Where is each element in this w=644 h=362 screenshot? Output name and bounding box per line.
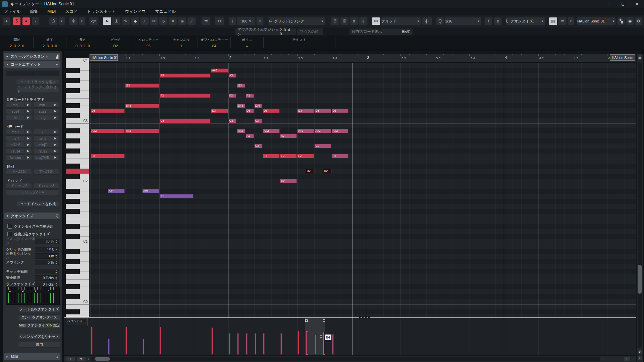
- info-field-3[interactable]: ピッチD2: [99, 37, 132, 48]
- black-key[interactable]: [66, 148, 80, 154]
- midi-note-D#3[interactable]: D#3: [254, 104, 263, 108]
- editor-setup-gear-icon[interactable]: ⚙: [635, 17, 643, 25]
- selection-handle[interactable]: [305, 319, 308, 322]
- timeline-ruler[interactable]: 1.21.31.422.22.32.433.23.33.444.24.34.4H…: [89, 54, 636, 63]
- quantize-icon[interactable]: Q: [436, 17, 444, 25]
- seventh-fulldim[interactable]: full dim▶: [6, 155, 32, 160]
- match-chord-track-button[interactable]: コードトラックに合わせる: [17, 86, 59, 92]
- midi-note-A2[interactable]: A2: [246, 134, 254, 138]
- black-key[interactable]: [66, 189, 80, 194]
- menu-item-2[interactable]: MIDI: [47, 9, 56, 14]
- erase-tool[interactable]: ◆: [131, 17, 140, 25]
- seventh-7sus2[interactable]: 7sus2▶: [33, 148, 59, 154]
- chord-play-icon[interactable]: ▶: [24, 116, 32, 119]
- dropdown-arrow-icon[interactable]: ▼: [55, 248, 57, 251]
- drop3-button[interactable]: ドロップ3: [33, 183, 59, 189]
- chord-play-icon[interactable]: ▶: [52, 103, 59, 106]
- black-key[interactable]: [66, 128, 80, 133]
- triad-sus4[interactable]: sus4▶: [6, 108, 32, 114]
- seventh-maj7[interactable]: maj7▶: [6, 129, 32, 135]
- hzoom-in-button[interactable]: +: [623, 357, 631, 361]
- insert-velocity-value[interactable]: 100⇅: [237, 17, 256, 25]
- stepper-icon[interactable]: ▲▼: [55, 276, 57, 280]
- close-icon[interactable]: ✕: [630, 0, 644, 8]
- chord-play-icon[interactable]: ▶: [52, 130, 59, 133]
- quantize-action-b0[interactable]: クオンタイズをリセット: [18, 334, 60, 340]
- quantize-strength-value[interactable]: 60 %▲▼: [35, 239, 59, 244]
- midi-note-D#3[interactable]: D#3: [125, 104, 159, 108]
- midi-note-A#2[interactable]: A#2: [263, 129, 279, 133]
- edit-active-part-icon[interactable]: ≋: [558, 17, 567, 25]
- velocity-bar[interactable]: [143, 339, 144, 355]
- timewarp-tool[interactable]: ⟋: [187, 17, 196, 25]
- vscroll-thumb[interactable]: [638, 265, 642, 294]
- vertical-scrollbar[interactable]: ▦ ▼ +: [637, 54, 643, 362]
- midi-note-D3[interactable]: D3: [246, 109, 254, 113]
- midi-note-A#1[interactable]: A#1: [108, 189, 124, 193]
- info-field-8[interactable]: テキスト: [264, 37, 335, 48]
- seventh-minj7[interactable]: minj7▶: [33, 142, 59, 147]
- info-field-0[interactable]: 開始2. 3. 2. 0: [1, 37, 34, 48]
- midi-note-A1[interactable]: A1: [159, 194, 194, 198]
- velocity-bar[interactable]: [108, 339, 110, 355]
- velocity-bar[interactable]: [263, 333, 265, 355]
- menu-item-6[interactable]: マニュアル: [155, 9, 175, 14]
- black-key[interactable]: [66, 113, 80, 118]
- midi-note-D3[interactable]: D3: [263, 109, 279, 113]
- midi-note-D2[interactable]: D2: [323, 169, 331, 173]
- insert-velocity-dropdown[interactable]: ▼: [256, 17, 264, 25]
- line-tool[interactable]: ∕: [140, 17, 149, 25]
- midi-note-A#2[interactable]: A#2: [237, 129, 245, 133]
- horizontal-scrollbar[interactable]: + ▼ ‹ › +: [64, 356, 636, 362]
- velocity-bar[interactable]: [160, 327, 161, 355]
- glue-tool[interactable]: ◇: [159, 17, 168, 25]
- quantize-row-value[interactable]: 0 Ticks▲▼: [35, 275, 59, 281]
- drop2-button[interactable]: ドロップ2: [6, 183, 32, 189]
- midi-note-C3[interactable]: C3: [254, 119, 263, 123]
- highlighted-key-D2[interactable]: [66, 169, 89, 174]
- transpose-header[interactable]: ►移調♫: [4, 353, 60, 360]
- vscroll-track[interactable]: [638, 62, 642, 348]
- snap-offset-button[interactable]: -|+: [422, 17, 432, 25]
- part-select-dropdown[interactable]: HALion Sonic 01▼: [577, 17, 616, 25]
- step-input-dropdown[interactable]: ▼: [78, 17, 85, 25]
- stepper-icon[interactable]: ▲▼: [55, 269, 57, 274]
- info-field-5[interactable]: チャンネル1: [165, 37, 198, 48]
- velocity-bar[interactable]: [91, 327, 93, 355]
- black-key[interactable]: [66, 284, 80, 289]
- info-field-4[interactable]: ベロシティー95: [132, 37, 165, 48]
- midi-note-A#2[interactable]: A#2: [332, 129, 348, 133]
- split-tool[interactable]: ✂: [150, 17, 158, 25]
- midi-note-F2[interactable]: F2: [91, 154, 125, 158]
- length-quantize-link-dropdown[interactable]: ⇿グリッドにリンク▼: [268, 17, 325, 25]
- move-up-icon[interactable]: ⇑: [350, 17, 358, 25]
- velocity-bar[interactable]: [332, 334, 334, 355]
- velocity-bar[interactable]: [315, 335, 316, 355]
- midi-note-G3[interactable]: G3: [237, 83, 245, 88]
- info-field-6[interactable]: オフベロシティー64: [198, 37, 231, 48]
- quantize-action-2[interactable]: MIDI クオンタイズを固定: [18, 322, 60, 328]
- keyboard-toggle-icon[interactable]: ▦: [637, 55, 642, 61]
- quantize-preset-dropdown[interactable]: 1/16▼: [445, 17, 482, 25]
- velocity-bar[interactable]: [255, 333, 256, 355]
- quantize-action-1[interactable]: エンドをクオンタイズ: [18, 314, 60, 320]
- part-list-dropdown-arrow[interactable]: ▼: [568, 17, 574, 25]
- black-key[interactable]: [66, 269, 80, 274]
- black-key[interactable]: [66, 249, 80, 254]
- part-start-label[interactable]: HALion Sonic 01: [90, 54, 118, 61]
- black-key[interactable]: [66, 174, 80, 179]
- snap-type-dropdown[interactable]: グリッド▼: [381, 17, 421, 25]
- black-key[interactable]: [66, 259, 80, 264]
- pin-icon[interactable]: ⌖: [3, 17, 11, 25]
- chord-play-icon[interactable]: ▶: [24, 103, 32, 106]
- triad-sus2[interactable]: sus2▶: [33, 108, 59, 114]
- seventh-7[interactable]: 7▶: [33, 129, 59, 135]
- hscroll-thumb[interactable]: [95, 357, 110, 361]
- seventh-7sus4[interactable]: 7sus4▶: [6, 148, 32, 154]
- midi-note-A#1[interactable]: A#1: [142, 189, 159, 193]
- show-part-borders-icon[interactable]: ▥: [549, 17, 557, 25]
- select-tool[interactable]: ➤: [103, 17, 111, 25]
- midi-input-dropdown[interactable]: ▼: [58, 17, 65, 25]
- velocity-bar[interactable]: [229, 333, 230, 355]
- triad-min[interactable]: min.▶: [33, 102, 59, 108]
